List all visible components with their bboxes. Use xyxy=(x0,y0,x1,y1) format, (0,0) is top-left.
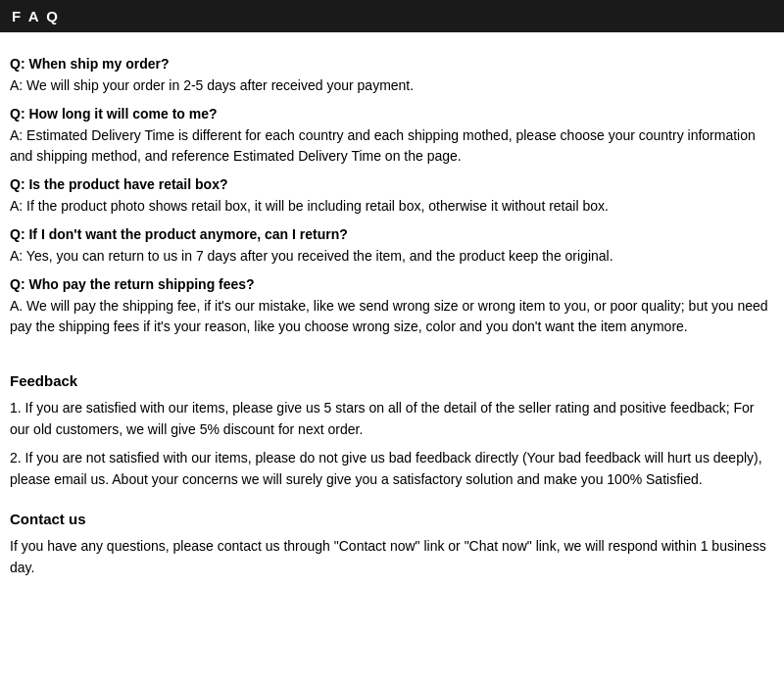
faq-item-2: Q: How long it will come to me? A: Estim… xyxy=(10,106,774,167)
contact-text: If you have any questions, please contac… xyxy=(10,535,774,579)
faq-header-bar: F A Q xyxy=(0,0,784,32)
feedback-title: Feedback xyxy=(10,372,774,389)
question-1: Q: When ship my order? xyxy=(10,56,774,72)
feedback-item-2: 2. If you are not satisfied with our ite… xyxy=(10,447,774,491)
question-3: Q: Is the product have retail box? xyxy=(10,176,774,192)
faq-item-1: Q: When ship my order? A: We will ship y… xyxy=(10,56,774,96)
answer-4: A: Yes, you can return to us in 7 days a… xyxy=(10,246,774,267)
question-2: Q: How long it will come to me? xyxy=(10,106,774,122)
question-5: Q: Who pay the return shipping fees? xyxy=(10,276,774,292)
faq-title: F A Q xyxy=(12,8,60,24)
content-area: Q: When ship my order? A: We will ship y… xyxy=(0,42,784,594)
faq-item-5: Q: Who pay the return shipping fees? A. … xyxy=(10,276,774,337)
feedback-item-1: 1. If you are satisfied with our items, … xyxy=(10,397,774,441)
feedback-section: Feedback 1. If you are satisfied with ou… xyxy=(10,372,774,491)
answer-3: A: If the product photo shows retail box… xyxy=(10,196,774,217)
answer-1: A: We will ship your order in 2-5 days a… xyxy=(10,75,774,96)
question-4: Q: If I don't want the product anymore, … xyxy=(10,226,774,242)
contact-section: Contact us If you have any questions, pl… xyxy=(10,511,774,579)
faq-item-3: Q: Is the product have retail box? A: If… xyxy=(10,176,774,217)
faq-section: Q: When ship my order? A: We will ship y… xyxy=(10,56,774,337)
answer-2: A: Estimated Delivery Time is different … xyxy=(10,125,774,167)
faq-item-4: Q: If I don't want the product anymore, … xyxy=(10,226,774,267)
contact-title: Contact us xyxy=(10,511,774,527)
answer-5: A. We will pay the shipping fee, if it's… xyxy=(10,296,774,337)
